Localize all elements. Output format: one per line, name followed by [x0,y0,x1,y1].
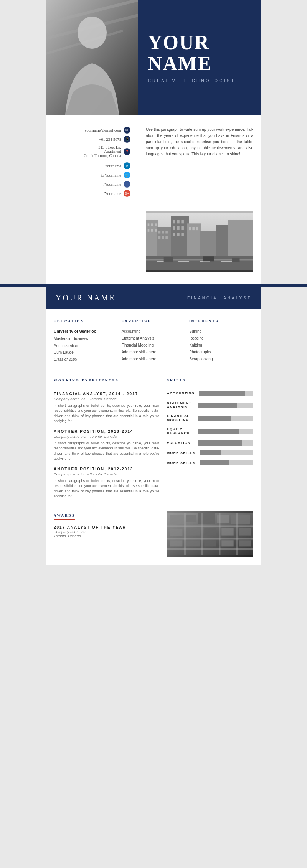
twitter-text: @Yourname [101,173,121,177]
skill-bar-fill [200,460,229,465]
skill-label: FINANCIAL MODELING [167,414,194,422]
google-icon: G+ [124,190,130,197]
svg-rect-37 [228,220,253,256]
svg-rect-27 [181,226,184,230]
aerial-city-photo [167,511,253,557]
svg-rect-29 [177,233,180,236]
svg-rect-32 [189,227,191,230]
jobs-list: FINANCIAL ANALYST, 2014 - 2017Company na… [54,392,159,499]
linkedin-text: /Yourname [104,164,121,168]
svg-rect-18 [158,236,161,239]
svg-rect-8 [148,223,150,226]
svg-rect-35 [200,231,218,256]
degree-line1: Masters in Business [54,336,118,342]
svg-rect-36 [216,225,230,256]
skill-bar [200,460,253,465]
skill-bar [198,440,253,446]
job-company: Company name Inc. - Toronto, Canada [54,397,159,401]
interest-item: Photography [189,349,253,355]
svg-rect-24 [181,220,184,223]
skill-bar [200,450,253,455]
skill-row: ACCOUNTING [167,391,253,396]
skills-list: ACCOUNTINGSTATEMENT ANALYSISFINANCIAL MO… [167,391,253,465]
svg-rect-55 [167,548,253,550]
award-location: Toronto, Canada [54,534,159,538]
interest-item: Scrapbooking [189,356,253,362]
work-skills-section: WORKING EXPERIENCES FINANCIAL ANALYST, 2… [46,370,261,505]
svg-rect-69 [239,540,251,546]
svg-rect-68 [221,540,234,546]
skill-row: MORE SKILLS [167,460,253,465]
svg-rect-20 [165,236,168,239]
phone-text: +01 234 5678 [99,137,121,142]
skills-column: SKILLS ACCOUNTINGSTATEMENT ANALYSISFINAN… [167,376,253,499]
svg-rect-28 [173,233,175,236]
svg-rect-16 [162,231,164,233]
svg-rect-48 [170,515,184,524]
job-title: ANOTHER POSITION, 2013-2014 [54,429,159,434]
svg-rect-65 [170,540,183,546]
svg-rect-30 [181,233,184,236]
expertise-item: Add more skills here [122,349,186,355]
name-line2: NAME [148,53,251,74]
skill-bar-fill [200,450,221,455]
svg-rect-56 [184,513,186,555]
expertise-item: Financial Modeling [122,342,186,348]
page2-job-title: FINANCIAL ANALYST [187,296,251,300]
interests-header: INTERESTS [189,319,219,325]
svg-rect-25 [173,226,175,230]
svg-rect-22 [173,220,175,223]
page-divider [0,284,307,287]
award-company: Company name Inc. [54,530,159,534]
svg-rect-50 [198,513,215,524]
svg-rect-23 [177,220,180,223]
skill-bar-fill [198,429,239,434]
linkedin-row: /Yourname in [54,162,130,169]
twitter-row: @Yourname 🐦 [54,172,130,178]
svg-rect-26 [177,226,180,230]
google-row: /Yourname G+ [54,190,130,197]
skill-row: FINANCIAL MODELING [167,414,253,422]
svg-rect-17 [165,231,168,233]
skill-row: EQUITY RESEARCH [167,427,253,436]
facebook-row: /Yourname f [54,181,130,188]
awards-header: AWARDS [54,513,75,520]
award-title: 2017 ANALYST OF THE YEAR [54,525,159,530]
interests-items: SurfingReadingKnittingPhotographyScrapbo… [189,328,253,362]
page1-top: YOUR NAME Creative technologist [46,0,261,115]
skill-label: STATEMENT ANALYSIS [167,401,194,409]
awards-section: AWARDS 2017 ANALYST OF THE YEARCompany n… [46,505,261,557]
svg-rect-58 [219,513,221,555]
svg-rect-46 [232,258,240,262]
svg-rect-52 [231,514,250,524]
expertise-item: Statement Analysis [122,335,186,341]
skill-bar-fill [198,416,231,421]
education-header: EDUCATION [54,319,84,325]
job-entry: ANOTHER POSITION, 2013-2014Company name … [54,429,159,462]
svg-rect-61 [186,528,200,536]
svg-rect-43 [221,261,232,262]
skill-row: VALUATION [167,440,253,446]
linkedin-icon: in [124,162,130,169]
skill-bar [198,429,253,434]
phone-row: +01 234 5678 📱 [54,136,130,143]
interest-item: Knitting [189,342,253,348]
name-block: YOUR NAME Creative technologist [138,0,261,115]
bio-column: Use this paragraph to write sum up your … [138,127,261,199]
svg-rect-10 [155,223,157,226]
svg-rect-44 [164,257,173,262]
skill-label: MORE SKILLS [167,451,196,455]
job-description: In short paragraphs or bullet points, de… [54,441,159,462]
svg-rect-66 [186,540,200,546]
svg-rect-33 [192,227,195,230]
awards-column: AWARDS 2017 ANALYST OF THE YEARCompany n… [54,511,159,557]
honors: Cum Laude [54,350,118,355]
interest-item: Surfing [189,328,253,334]
address-row: 313 Street Ln, Apartment CondoToronto, C… [54,145,130,158]
class-year: Class of 2009 [54,356,118,362]
expertise-item: Add more skills here [122,356,186,362]
job-entry: FINANCIAL ANALYST, 2014 - 2017Company na… [54,392,159,424]
job-entry: ANOTHER POSITION, 2012-2013Company name … [54,467,159,499]
skill-row: STATEMENT ANALYSIS [167,401,253,409]
svg-point-5 [78,17,107,49]
